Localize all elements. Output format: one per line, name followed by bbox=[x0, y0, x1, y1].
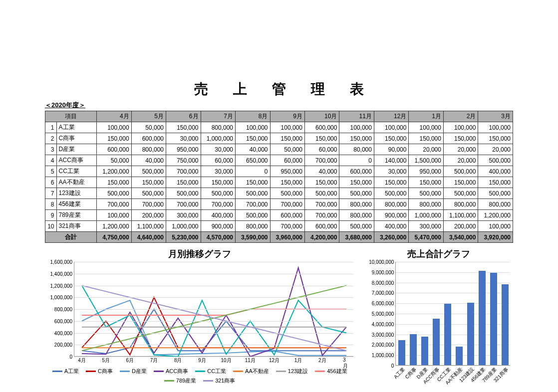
total-label: 合計 bbox=[45, 232, 97, 243]
cell-value: 500,000 bbox=[236, 210, 270, 221]
cell-value: 1,000,000 bbox=[201, 133, 235, 144]
cell-value: 150,000 bbox=[409, 133, 443, 144]
bar bbox=[421, 337, 428, 365]
cell-value: 100,000 bbox=[443, 122, 478, 133]
row-name: 456建業 bbox=[56, 199, 97, 210]
bar-y-label: 1,000,000 bbox=[372, 353, 396, 358]
cell-value: 150,000 bbox=[97, 177, 131, 188]
row-name: C商事 bbox=[56, 133, 97, 144]
cell-value: 800,000 bbox=[201, 122, 235, 133]
cell-value: 60,000 bbox=[201, 155, 235, 166]
x-axis-label: 4月 bbox=[78, 356, 86, 364]
cell-value: 900,000 bbox=[374, 210, 408, 221]
table-row: 3D産業600,000800,000950,00030,00040,00050,… bbox=[45, 144, 513, 155]
y-axis-label: 200,000 bbox=[54, 342, 74, 348]
cell-value: 600,000 bbox=[97, 144, 131, 155]
month-header: 2月 bbox=[443, 111, 478, 122]
cell-value: 800,000 bbox=[339, 210, 374, 221]
cell-value: 700,000 bbox=[131, 199, 166, 210]
bar bbox=[479, 271, 486, 365]
x-axis-label: 3月 bbox=[343, 356, 350, 370]
cell-value: 700,000 bbox=[304, 199, 339, 210]
line-chart: 月別推移グラフ 0200,000400,000600,000800,0001,0… bbox=[45, 248, 354, 385]
total-cell: 4,200,000 bbox=[304, 232, 339, 243]
table-row: 6AA不動産150,000150,000150,000150,000150,00… bbox=[45, 177, 513, 188]
cell-value: 150,000 bbox=[166, 177, 201, 188]
row-num: 9 bbox=[45, 210, 57, 221]
table-row: 9789産業100,000200,000300,000400,000500,00… bbox=[45, 210, 513, 221]
cell-value: 700,000 bbox=[236, 199, 270, 210]
x-axis-label: 2月 bbox=[318, 356, 326, 364]
row-name: D産業 bbox=[56, 144, 97, 155]
cell-value: 600,000 bbox=[339, 166, 374, 177]
cell-value: 700,000 bbox=[270, 221, 304, 232]
cell-value: 900,000 bbox=[201, 221, 235, 232]
bar bbox=[433, 319, 440, 365]
cell-value: 60,000 bbox=[304, 144, 339, 155]
month-header: 7月 bbox=[201, 111, 235, 122]
total-cell: 5,230,000 bbox=[166, 232, 201, 243]
cell-value: 500,000 bbox=[339, 188, 374, 199]
bar-chart: 売上合計グラフ 01,000,0002,000,0003,000,0004,00… bbox=[364, 248, 513, 385]
cell-value: 1,200,000 bbox=[97, 221, 131, 232]
cell-value: 200,000 bbox=[131, 210, 166, 221]
row-num: 4 bbox=[45, 155, 57, 166]
legend-item: C商事 bbox=[86, 368, 113, 375]
row-num: 6 bbox=[45, 177, 57, 188]
row-name: ACC商事 bbox=[56, 155, 97, 166]
legend-item: 321商事 bbox=[203, 377, 235, 385]
total-cell: 3,260,000 bbox=[374, 232, 408, 243]
bar-y-label: 5,000,000 bbox=[372, 311, 396, 317]
cell-value: 150,000 bbox=[374, 177, 408, 188]
cell-value: 500,000 bbox=[201, 188, 235, 199]
bar bbox=[444, 304, 451, 365]
cell-value: 150,000 bbox=[236, 133, 270, 144]
cell-value: 100,000 bbox=[374, 122, 408, 133]
cell-value: 30,000 bbox=[374, 166, 408, 177]
cell-value: 650,000 bbox=[236, 155, 270, 166]
cell-value: 150,000 bbox=[97, 133, 131, 144]
legend-item: AA不動産 bbox=[233, 368, 269, 375]
cell-value: 500,000 bbox=[304, 188, 339, 199]
bar-y-label: 10,000,000 bbox=[369, 259, 396, 265]
cell-value: 500,000 bbox=[478, 188, 513, 199]
cell-value: 150,000 bbox=[478, 177, 513, 188]
bar bbox=[410, 334, 417, 365]
cell-value: 750,000 bbox=[166, 155, 201, 166]
cell-value: 100,000 bbox=[236, 122, 270, 133]
x-axis-label: 1月 bbox=[294, 356, 302, 364]
sales-table: 項目 4月5月6月7月8月9月10月11月12月1月2月3月 1A工業100,0… bbox=[45, 111, 513, 243]
cell-value: 80,000 bbox=[339, 144, 374, 155]
cell-value: 800,000 bbox=[374, 199, 408, 210]
legend-item: 123建設 bbox=[276, 368, 308, 375]
cell-value: 800,000 bbox=[409, 199, 443, 210]
bar-y-label: 2,000,000 bbox=[372, 342, 396, 348]
cell-value: 500,000 bbox=[443, 188, 478, 199]
cell-value: 150,000 bbox=[131, 177, 166, 188]
cell-value: 700,000 bbox=[304, 155, 339, 166]
x-axis-label: 10月 bbox=[221, 356, 232, 364]
cell-value: 800,000 bbox=[339, 199, 374, 210]
cell-value: 1,200,000 bbox=[478, 210, 513, 221]
cell-value: 500,000 bbox=[409, 188, 443, 199]
month-header: 3月 bbox=[478, 111, 513, 122]
cell-value: 150,000 bbox=[236, 177, 270, 188]
cell-value: 500,000 bbox=[236, 188, 270, 199]
x-axis-label: 11月 bbox=[245, 356, 256, 364]
cell-value: 700,000 bbox=[304, 210, 339, 221]
row-num: 5 bbox=[45, 166, 57, 177]
x-axis-label: 8月 bbox=[174, 356, 182, 364]
cell-value: 60,000 bbox=[270, 155, 304, 166]
cell-value: 150,000 bbox=[409, 177, 443, 188]
cell-value: 950,000 bbox=[409, 166, 443, 177]
bar-y-label: 8,000,000 bbox=[372, 280, 396, 285]
cell-value: 150,000 bbox=[443, 133, 478, 144]
cell-value: 20,000 bbox=[478, 144, 513, 155]
y-axis-label: 0 bbox=[69, 354, 74, 360]
cell-value: 90,000 bbox=[374, 144, 408, 155]
cell-value: 40,000 bbox=[131, 155, 166, 166]
row-name: CC工業 bbox=[56, 166, 97, 177]
table-row: 1A工業100,00050,000150,000800,000100,00010… bbox=[45, 122, 513, 133]
cell-value: 500,000 bbox=[374, 188, 408, 199]
total-cell: 5,470,000 bbox=[409, 232, 443, 243]
